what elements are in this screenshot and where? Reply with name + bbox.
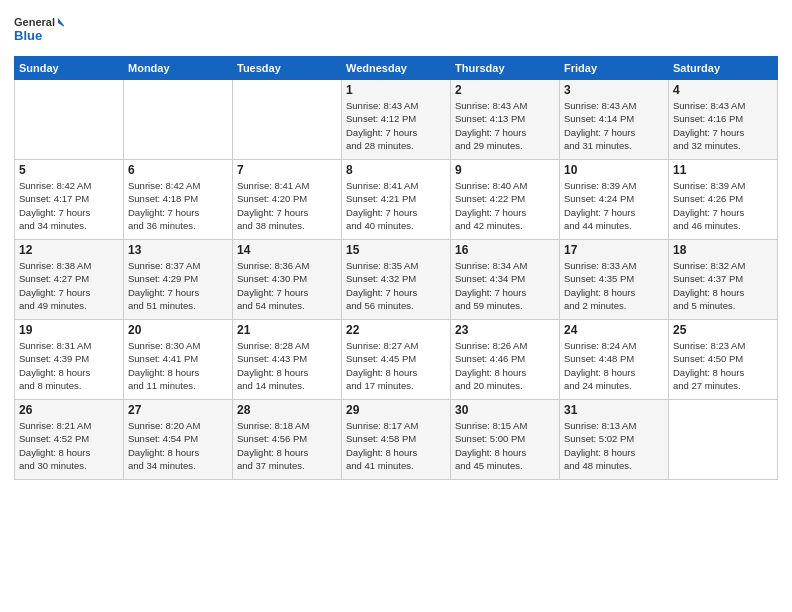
calendar-cell: 12Sunrise: 8:38 AM Sunset: 4:27 PM Dayli…	[15, 240, 124, 320]
day-info: Sunrise: 8:36 AM Sunset: 4:30 PM Dayligh…	[237, 259, 337, 312]
calendar-week-row: 26Sunrise: 8:21 AM Sunset: 4:52 PM Dayli…	[15, 400, 778, 480]
calendar-cell: 26Sunrise: 8:21 AM Sunset: 4:52 PM Dayli…	[15, 400, 124, 480]
day-number: 14	[237, 243, 337, 257]
calendar-cell	[15, 80, 124, 160]
calendar-cell: 23Sunrise: 8:26 AM Sunset: 4:46 PM Dayli…	[451, 320, 560, 400]
page-header: General Blue	[14, 10, 778, 48]
day-number: 12	[19, 243, 119, 257]
day-info: Sunrise: 8:41 AM Sunset: 4:21 PM Dayligh…	[346, 179, 446, 232]
calendar-week-row: 19Sunrise: 8:31 AM Sunset: 4:39 PM Dayli…	[15, 320, 778, 400]
calendar-cell: 11Sunrise: 8:39 AM Sunset: 4:26 PM Dayli…	[669, 160, 778, 240]
day-number: 6	[128, 163, 228, 177]
day-info: Sunrise: 8:43 AM Sunset: 4:13 PM Dayligh…	[455, 99, 555, 152]
day-info: Sunrise: 8:18 AM Sunset: 4:56 PM Dayligh…	[237, 419, 337, 472]
calendar-cell: 28Sunrise: 8:18 AM Sunset: 4:56 PM Dayli…	[233, 400, 342, 480]
calendar-cell: 27Sunrise: 8:20 AM Sunset: 4:54 PM Dayli…	[124, 400, 233, 480]
day-number: 2	[455, 83, 555, 97]
day-number: 18	[673, 243, 773, 257]
calendar-cell: 24Sunrise: 8:24 AM Sunset: 4:48 PM Dayli…	[560, 320, 669, 400]
day-info: Sunrise: 8:26 AM Sunset: 4:46 PM Dayligh…	[455, 339, 555, 392]
calendar-week-row: 1Sunrise: 8:43 AM Sunset: 4:12 PM Daylig…	[15, 80, 778, 160]
calendar-cell: 2Sunrise: 8:43 AM Sunset: 4:13 PM Daylig…	[451, 80, 560, 160]
day-number: 8	[346, 163, 446, 177]
day-info: Sunrise: 8:35 AM Sunset: 4:32 PM Dayligh…	[346, 259, 446, 312]
calendar-cell: 9Sunrise: 8:40 AM Sunset: 4:22 PM Daylig…	[451, 160, 560, 240]
calendar-cell: 7Sunrise: 8:41 AM Sunset: 4:20 PM Daylig…	[233, 160, 342, 240]
calendar-cell: 5Sunrise: 8:42 AM Sunset: 4:17 PM Daylig…	[15, 160, 124, 240]
day-number: 22	[346, 323, 446, 337]
day-number: 21	[237, 323, 337, 337]
day-number: 17	[564, 243, 664, 257]
day-info: Sunrise: 8:33 AM Sunset: 4:35 PM Dayligh…	[564, 259, 664, 312]
day-info: Sunrise: 8:31 AM Sunset: 4:39 PM Dayligh…	[19, 339, 119, 392]
header-sunday: Sunday	[15, 57, 124, 80]
day-number: 26	[19, 403, 119, 417]
calendar-table: SundayMondayTuesdayWednesdayThursdayFrid…	[14, 56, 778, 480]
day-info: Sunrise: 8:42 AM Sunset: 4:17 PM Dayligh…	[19, 179, 119, 232]
day-info: Sunrise: 8:38 AM Sunset: 4:27 PM Dayligh…	[19, 259, 119, 312]
calendar-cell: 13Sunrise: 8:37 AM Sunset: 4:29 PM Dayli…	[124, 240, 233, 320]
day-number: 16	[455, 243, 555, 257]
logo: General Blue	[14, 10, 64, 48]
day-info: Sunrise: 8:39 AM Sunset: 4:24 PM Dayligh…	[564, 179, 664, 232]
day-number: 7	[237, 163, 337, 177]
day-number: 10	[564, 163, 664, 177]
calendar-cell: 1Sunrise: 8:43 AM Sunset: 4:12 PM Daylig…	[342, 80, 451, 160]
day-info: Sunrise: 8:17 AM Sunset: 4:58 PM Dayligh…	[346, 419, 446, 472]
day-number: 5	[19, 163, 119, 177]
calendar-cell: 3Sunrise: 8:43 AM Sunset: 4:14 PM Daylig…	[560, 80, 669, 160]
svg-text:Blue: Blue	[14, 28, 42, 43]
calendar-cell	[124, 80, 233, 160]
header-wednesday: Wednesday	[342, 57, 451, 80]
day-info: Sunrise: 8:20 AM Sunset: 4:54 PM Dayligh…	[128, 419, 228, 472]
day-number: 11	[673, 163, 773, 177]
day-number: 25	[673, 323, 773, 337]
day-info: Sunrise: 8:43 AM Sunset: 4:14 PM Dayligh…	[564, 99, 664, 152]
day-number: 27	[128, 403, 228, 417]
day-info: Sunrise: 8:34 AM Sunset: 4:34 PM Dayligh…	[455, 259, 555, 312]
calendar-cell: 18Sunrise: 8:32 AM Sunset: 4:37 PM Dayli…	[669, 240, 778, 320]
day-number: 29	[346, 403, 446, 417]
calendar-cell: 6Sunrise: 8:42 AM Sunset: 4:18 PM Daylig…	[124, 160, 233, 240]
day-info: Sunrise: 8:42 AM Sunset: 4:18 PM Dayligh…	[128, 179, 228, 232]
header-tuesday: Tuesday	[233, 57, 342, 80]
day-number: 31	[564, 403, 664, 417]
header-saturday: Saturday	[669, 57, 778, 80]
day-info: Sunrise: 8:24 AM Sunset: 4:48 PM Dayligh…	[564, 339, 664, 392]
day-number: 9	[455, 163, 555, 177]
calendar-cell	[669, 400, 778, 480]
day-number: 19	[19, 323, 119, 337]
calendar-cell: 29Sunrise: 8:17 AM Sunset: 4:58 PM Dayli…	[342, 400, 451, 480]
calendar-cell: 20Sunrise: 8:30 AM Sunset: 4:41 PM Dayli…	[124, 320, 233, 400]
calendar-cell: 10Sunrise: 8:39 AM Sunset: 4:24 PM Dayli…	[560, 160, 669, 240]
header-friday: Friday	[560, 57, 669, 80]
day-number: 13	[128, 243, 228, 257]
calendar-header-row: SundayMondayTuesdayWednesdayThursdayFrid…	[15, 57, 778, 80]
calendar-cell: 4Sunrise: 8:43 AM Sunset: 4:16 PM Daylig…	[669, 80, 778, 160]
calendar-cell: 21Sunrise: 8:28 AM Sunset: 4:43 PM Dayli…	[233, 320, 342, 400]
day-number: 1	[346, 83, 446, 97]
calendar-cell: 22Sunrise: 8:27 AM Sunset: 4:45 PM Dayli…	[342, 320, 451, 400]
day-number: 20	[128, 323, 228, 337]
calendar-cell: 14Sunrise: 8:36 AM Sunset: 4:30 PM Dayli…	[233, 240, 342, 320]
day-number: 3	[564, 83, 664, 97]
day-number: 24	[564, 323, 664, 337]
day-info: Sunrise: 8:32 AM Sunset: 4:37 PM Dayligh…	[673, 259, 773, 312]
day-number: 23	[455, 323, 555, 337]
calendar-cell: 25Sunrise: 8:23 AM Sunset: 4:50 PM Dayli…	[669, 320, 778, 400]
calendar-cell: 19Sunrise: 8:31 AM Sunset: 4:39 PM Dayli…	[15, 320, 124, 400]
calendar-week-row: 12Sunrise: 8:38 AM Sunset: 4:27 PM Dayli…	[15, 240, 778, 320]
calendar-cell: 16Sunrise: 8:34 AM Sunset: 4:34 PM Dayli…	[451, 240, 560, 320]
calendar-cell: 31Sunrise: 8:13 AM Sunset: 5:02 PM Dayli…	[560, 400, 669, 480]
day-number: 15	[346, 243, 446, 257]
calendar-cell: 15Sunrise: 8:35 AM Sunset: 4:32 PM Dayli…	[342, 240, 451, 320]
calendar-cell	[233, 80, 342, 160]
calendar-week-row: 5Sunrise: 8:42 AM Sunset: 4:17 PM Daylig…	[15, 160, 778, 240]
day-info: Sunrise: 8:40 AM Sunset: 4:22 PM Dayligh…	[455, 179, 555, 232]
calendar-cell: 30Sunrise: 8:15 AM Sunset: 5:00 PM Dayli…	[451, 400, 560, 480]
svg-marker-2	[58, 18, 64, 28]
day-info: Sunrise: 8:21 AM Sunset: 4:52 PM Dayligh…	[19, 419, 119, 472]
day-info: Sunrise: 8:15 AM Sunset: 5:00 PM Dayligh…	[455, 419, 555, 472]
calendar-cell: 8Sunrise: 8:41 AM Sunset: 4:21 PM Daylig…	[342, 160, 451, 240]
svg-text:General: General	[14, 16, 55, 28]
